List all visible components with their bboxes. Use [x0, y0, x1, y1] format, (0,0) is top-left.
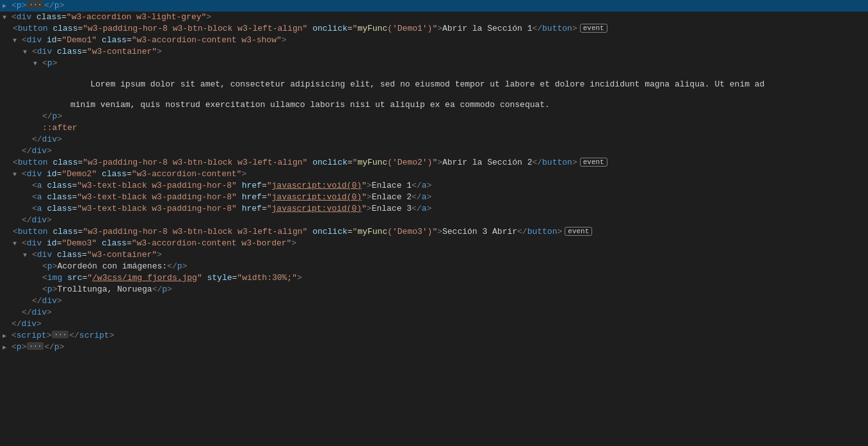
line-div-accordion[interactable]: <div class="w3-accordion w3-light-grey" … [0, 12, 868, 23]
ellipsis-script[interactable]: ··· [52, 331, 68, 338]
line-div-close1: </div> [0, 134, 868, 145]
link3-text: Enlace 3 [372, 204, 412, 213]
line-script[interactable]: <script> ··· </script> [0, 330, 868, 342]
after-pseudo-text: ::after [42, 123, 77, 133]
line-lorem-text2: minim veniam, quis nostrud exercitation … [0, 99, 868, 111]
line-p-close: </p> [0, 111, 868, 122]
line-div-demo2[interactable]: <div id="Demo2" class="w3-accordion-cont… [0, 169, 868, 180]
line-div-close6: </div> [0, 318, 868, 330]
triangle-p-top[interactable] [3, 1, 10, 8]
line-p-images: <p> Acordeón con imágenes: </p> [0, 261, 868, 272]
triangle-div-accordion[interactable] [3, 12, 10, 20]
lorem-text-2: minim veniam, quis nostrud exercitation … [70, 100, 550, 110]
p-trolltunga-text: Trolltunga, Noruega [57, 285, 152, 294]
ellipsis-p-top[interactable]: ··· [27, 1, 44, 8]
line-a1[interactable]: <a class="w3-text-black w3-padding-hor-8… [0, 180, 868, 192]
triangle-div-demo3[interactable] [13, 238, 20, 246]
line-a2[interactable]: <a class="w3-text-black w3-padding-hor-8… [0, 192, 868, 203]
line-button1[interactable]: <button class="w3-padding-hor-8 w3-btn-b… [0, 23, 868, 35]
line-p-bottom[interactable]: <p> ··· </p> [0, 342, 868, 353]
line-p-top[interactable]: <p> ··· </p> [0, 0, 868, 12]
link1-text: Enlace 1 [372, 181, 412, 190]
lorem-text-1: Lorem ipsum dolor sit amet, consectetur … [90, 79, 764, 89]
event-badge-2[interactable]: event [580, 158, 607, 167]
line-div-close4: </div> [0, 295, 868, 307]
line-div-demo3[interactable]: <div id="Demo3" class="w3-accordion-cont… [0, 238, 868, 249]
line-img-fjords[interactable]: <img src="/w3css/img_fjords.jpg" style="… [0, 272, 868, 284]
event-badge-1[interactable]: event [580, 24, 607, 33]
line-button2[interactable]: <button class="w3-padding-hor-8 w3-btn-b… [0, 157, 868, 169]
triangle-div-demo1[interactable] [13, 35, 20, 43]
triangle-div-container1[interactable] [23, 47, 31, 54]
line-button3[interactable]: <button class="w3-padding-hor-8 w3-btn-b… [0, 226, 868, 238]
triangle-div-demo2[interactable] [13, 169, 20, 177]
btn2-text: Abrir la Sección 2 [442, 158, 532, 167]
p-images-text: Acordeón con imágenes: [57, 261, 167, 271]
line-after-pseudo: ::after [0, 122, 868, 134]
line-div-close3: </div> [0, 215, 868, 226]
triangle-script[interactable] [3, 331, 10, 338]
btn1-text: Abrir la Sección 1 [442, 24, 532, 33]
line-div-close5: </div> [0, 307, 868, 318]
triangle-p-open[interactable] [33, 58, 41, 66]
triangle-p-bottom[interactable] [3, 342, 10, 350]
btn3-text: Sección 3 Abrir [442, 227, 517, 236]
event-badge-3[interactable]: event [565, 227, 592, 236]
line-div-demo1[interactable]: <div id="Demo1" class="w3-accordion-cont… [0, 35, 868, 46]
line-div-container3[interactable]: <div class="w3-container" > [0, 249, 868, 261]
line-div-container1[interactable]: <div class="w3-container" > [0, 46, 868, 58]
triangle-div-container3[interactable] [23, 250, 31, 258]
line-a3[interactable]: <a class="w3-text-black w3-padding-hor-8… [0, 203, 868, 215]
ellipsis-p-bottom[interactable]: ··· [27, 342, 44, 350]
devtools-panel[interactable]: <p> ··· </p> <div class="w3-accordion w3… [0, 0, 868, 446]
link2-text: Enlace 2 [372, 192, 412, 202]
line-p-open[interactable]: <p> [0, 58, 868, 69]
line-div-close2: </div> [0, 145, 868, 157]
line-lorem-text: Lorem ipsum dolor sit amet, consectetur … [0, 69, 868, 99]
line-p-trolltunga: <p> Trolltunga, Noruega </p> [0, 284, 868, 295]
